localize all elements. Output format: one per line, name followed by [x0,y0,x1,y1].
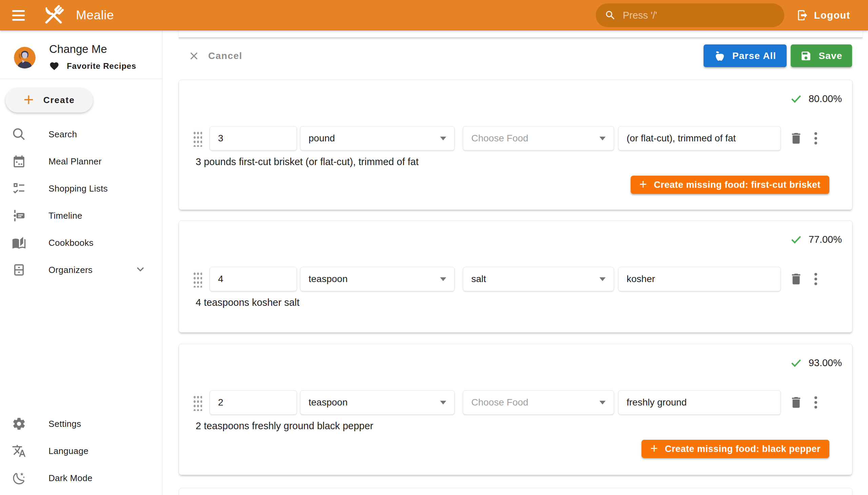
create-label: Create [44,95,75,105]
save-button[interactable]: Save [791,45,852,67]
plus-icon: + [23,91,34,108]
trash-icon [789,131,803,146]
confidence-value: 93.00% [809,357,842,369]
plus-icon: + [650,441,658,456]
confidence-value: 80.00% [809,93,842,104]
ingredient-card: 77.00% teaspoon salt [179,220,852,332]
main-content: Cancel Parse All Save 80.00% [163,31,868,495]
trash-icon [789,272,803,286]
confidence-indicator: 93.00% [790,356,842,369]
menu-down-icon [440,137,446,140]
plus-icon: + [640,177,647,191]
search-icon [605,10,616,21]
sidebar-bottom: Settings Language Dark Mode [0,410,162,492]
unit-select[interactable]: teaspoon [300,390,455,415]
ingredient-fields: teaspoon Choose Food [192,390,821,415]
cancel-button[interactable]: Cancel [188,51,242,62]
save-icon [800,50,812,62]
search-placeholder: Press '/' [623,10,657,21]
menu-hamburger-icon[interactable] [3,0,34,31]
sidebar-item-shopping-lists[interactable]: Shopping Lists [0,175,162,202]
create-missing-food-button[interactable]: + Create missing food: first-cut brisket [631,176,829,194]
favorite-recipes-link[interactable]: Favorite Recipes [49,61,136,71]
translate-icon [12,444,26,458]
create-button[interactable]: + Create [5,88,93,113]
magnify-icon [12,127,26,141]
original-ingredient-text: 2 teaspoons freshly ground black pepper [195,421,373,432]
checklist-icon [12,182,26,195]
delete-button[interactable] [789,272,803,286]
drag-handle-icon[interactable] [192,130,202,147]
ingredient-card: 80.00% pound Choose Food [179,80,852,210]
app-title: Mealie [76,8,114,22]
check-icon [790,233,803,246]
scrolled-card-edge [179,31,863,38]
timeline-icon [12,208,26,223]
unit-select[interactable]: pound [300,126,455,151]
quantity-field[interactable] [209,267,297,291]
delete-button[interactable] [789,395,803,410]
chevron-down-icon[interactable] [134,263,147,277]
ingredient-fields: teaspoon salt [192,267,821,291]
drag-handle-icon[interactable] [192,394,202,411]
food-select[interactable]: Choose Food [463,390,614,415]
quantity-field[interactable] [209,126,297,151]
user-name: Change Me [49,43,136,56]
logout-button[interactable]: Logout [797,9,850,21]
check-icon [790,356,803,369]
apple-icon [714,50,726,62]
parse-all-button[interactable]: Parse All [703,45,787,67]
search-input[interactable]: Press '/' [596,3,784,27]
trash-icon [789,395,803,410]
drag-handle-icon[interactable] [192,271,202,288]
book-open-icon [12,236,26,250]
moon-icon [12,471,26,485]
sidebar-item-organizers[interactable]: Organizers [0,256,162,284]
sidebar-divider [0,79,162,79]
check-icon [790,92,803,105]
confidence-indicator: 80.00% [790,92,842,105]
app-header: Mealie Press '/' Logout [0,0,868,31]
close-icon [188,51,199,62]
confidence-indicator: 77.00% [790,233,842,246]
sidebar-item-search[interactable]: Search [0,121,162,148]
food-select[interactable]: salt [463,267,614,291]
user-block[interactable]: Change Me Favorite Recipes [0,31,162,79]
menu-down-icon [599,277,606,281]
note-field[interactable] [618,390,781,415]
kebab-menu-button[interactable] [811,271,821,287]
food-select[interactable]: Choose Food [463,126,614,151]
note-field[interactable] [618,267,781,291]
menu-down-icon [599,137,606,140]
ingredient-fields: pound Choose Food [192,126,821,151]
sidebar-item-cookbooks[interactable]: Cookbooks [0,229,162,256]
drawer-icon [12,263,26,277]
menu-down-icon [440,401,446,405]
sidebar-nav: Search Meal Planner Shopping Lists [0,121,162,284]
sidebar-item-meal-planner[interactable]: Meal Planner [0,148,162,175]
kebab-menu-button[interactable] [811,395,821,410]
sidebar-item-language[interactable]: Language [0,437,162,464]
quantity-field[interactable] [209,390,297,415]
parser-toolbar: Cancel Parse All Save [179,45,852,67]
note-field[interactable] [618,126,781,151]
kebab-menu-button[interactable] [811,131,821,146]
sidebar-item-timeline[interactable]: Timeline [0,202,162,229]
ingredient-card: 93.00% teaspoon Choose Food [179,344,852,475]
logout-icon [797,9,809,21]
unit-select[interactable]: teaspoon [300,267,455,291]
heart-icon [49,61,59,71]
original-ingredient-text: 3 pounds first-cut brisket (or flat-cut)… [195,156,419,168]
delete-button[interactable] [789,131,803,146]
avatar [14,47,36,68]
mealie-logo-icon [40,2,67,29]
logout-label: Logout [814,10,850,21]
ingredient-card-partial [179,488,852,495]
sidebar-item-settings[interactable]: Settings [0,410,162,437]
create-missing-food-button[interactable]: + Create missing food: black pepper [642,440,829,458]
sidebar-item-dark-mode[interactable]: Dark Mode [0,464,162,492]
menu-down-icon [599,401,606,405]
calendar-icon [12,154,26,169]
gear-icon [12,417,26,431]
original-ingredient-text: 4 teaspoons kosher salt [195,297,300,308]
